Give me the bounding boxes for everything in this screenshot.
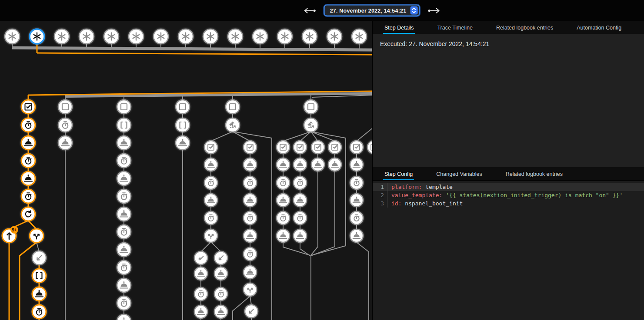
previous-run-button[interactable] (302, 7, 317, 14)
tab-step-config[interactable]: Step Config (373, 167, 424, 180)
trigger-node[interactable] (203, 29, 218, 44)
delay-node[interactable] (244, 247, 257, 261)
service-call-node[interactable] (117, 172, 131, 185)
trigger-node[interactable] (302, 29, 317, 44)
delay-node[interactable] (214, 287, 227, 300)
choose-node[interactable] (226, 118, 240, 132)
sequence-node[interactable] (176, 118, 190, 132)
service-call-node[interactable] (294, 229, 307, 242)
trigger-node[interactable] (104, 29, 119, 44)
service-call-node[interactable] (214, 305, 227, 318)
tab-related-logbook-entries[interactable]: Related logbook entries (494, 167, 574, 180)
delay-node[interactable] (294, 211, 307, 224)
service-call-node[interactable] (117, 278, 131, 292)
service-call-node[interactable] (244, 266, 257, 279)
condition-node[interactable] (277, 141, 290, 154)
delay-node[interactable] (244, 211, 257, 224)
call-split-node[interactable] (244, 283, 257, 296)
trigger-node[interactable] (129, 29, 143, 44)
condition-node[interactable] (294, 141, 307, 154)
service-call-node[interactable] (21, 172, 35, 185)
service-call-node[interactable] (277, 194, 290, 207)
service-call-node[interactable] (21, 136, 35, 150)
service-call-node[interactable] (214, 267, 227, 280)
service-call-node[interactable] (194, 305, 207, 318)
sequence-node[interactable] (32, 269, 46, 283)
code-line[interactable]: 1platform: template (373, 183, 644, 191)
trigger-node[interactable] (30, 29, 44, 44)
condition-node[interactable] (204, 141, 217, 154)
choose-node[interactable] (304, 118, 318, 132)
delay-node[interactable] (294, 176, 307, 189)
condition-node[interactable] (176, 100, 190, 114)
service-call-node[interactable] (244, 158, 257, 171)
service-call-node[interactable] (32, 287, 46, 301)
service-call-node[interactable] (117, 243, 131, 257)
delay-node[interactable] (21, 118, 35, 132)
delay-node[interactable] (117, 296, 131, 310)
delay-node[interactable] (194, 287, 207, 300)
delay-node[interactable] (350, 211, 363, 224)
condition-node[interactable] (328, 141, 341, 154)
call-split-node[interactable] (204, 229, 217, 242)
service-call-node[interactable] (58, 136, 72, 150)
service-call-node[interactable] (311, 158, 324, 171)
service-call-node[interactable] (350, 229, 363, 242)
call-split-node[interactable] (30, 229, 43, 243)
trace-return-node[interactable] (245, 305, 258, 318)
condition-node[interactable] (226, 100, 240, 114)
code-line[interactable]: 3id: nspanel_boot_init (373, 199, 644, 208)
service-call-node[interactable] (204, 158, 217, 171)
repeat-node[interactable] (21, 207, 35, 221)
delay-node[interactable] (32, 305, 46, 319)
delay-node[interactable] (117, 189, 131, 203)
service-call-node[interactable] (117, 207, 131, 221)
delay-node[interactable] (21, 154, 35, 168)
trace-graph[interactable]: 9+ (0, 21, 372, 320)
delay-node[interactable] (244, 176, 257, 189)
service-call-node[interactable] (294, 194, 307, 207)
delay-node[interactable] (117, 154, 131, 168)
service-call-node[interactable] (244, 194, 257, 207)
trigger-node[interactable] (54, 29, 69, 44)
tab-changed-variables[interactable]: Changed Variables (424, 167, 494, 180)
condition-node[interactable] (58, 100, 72, 114)
service-call-node[interactable] (117, 136, 131, 150)
service-call-node[interactable] (294, 158, 307, 171)
trigger-node[interactable] (277, 29, 292, 44)
service-call-node[interactable] (117, 314, 131, 320)
tab-automation-config[interactable]: Automation Config (565, 21, 633, 34)
trigger-node[interactable] (79, 29, 94, 44)
delay-node[interactable] (350, 176, 363, 189)
trigger-node[interactable] (178, 29, 193, 44)
tab-blueprint-config[interactable]: Blueprint Config (633, 21, 644, 34)
run-select[interactable]: 27. November 2022, 14:54:21 (324, 5, 420, 16)
delay-node[interactable] (277, 176, 290, 189)
trace-check-node[interactable] (194, 251, 207, 264)
service-call-node[interactable] (328, 158, 341, 171)
delay-node[interactable] (277, 211, 290, 224)
condition-node[interactable] (350, 141, 363, 154)
trace-return-node[interactable] (32, 251, 46, 265)
tab-related-logbook-entries[interactable]: Related logbook entries (484, 21, 565, 34)
step-config-editor[interactable]: 1platform: template2value_template: '{{ … (373, 180, 644, 320)
delay-node[interactable] (21, 189, 35, 203)
trigger-node[interactable] (5, 29, 20, 44)
code-line[interactable]: 2value_template: '{{ states(nextion_init… (373, 191, 644, 199)
condition-node[interactable] (244, 141, 257, 154)
service-call-node[interactable] (277, 229, 290, 242)
service-call-node[interactable] (194, 267, 207, 280)
tab-step-details[interactable]: Step Details (373, 21, 425, 34)
service-call-node[interactable] (350, 158, 363, 171)
next-run-button[interactable] (426, 7, 442, 14)
delay-node[interactable] (204, 211, 217, 224)
condition-node[interactable] (367, 141, 372, 154)
delay-node[interactable] (204, 176, 217, 189)
service-call-node[interactable] (204, 194, 217, 207)
trigger-node[interactable] (352, 29, 367, 44)
condition-node[interactable] (21, 100, 35, 114)
trigger-node[interactable] (153, 29, 168, 44)
condition-node[interactable] (311, 141, 324, 154)
service-call-node[interactable] (244, 229, 257, 242)
service-call-node[interactable] (176, 136, 190, 150)
